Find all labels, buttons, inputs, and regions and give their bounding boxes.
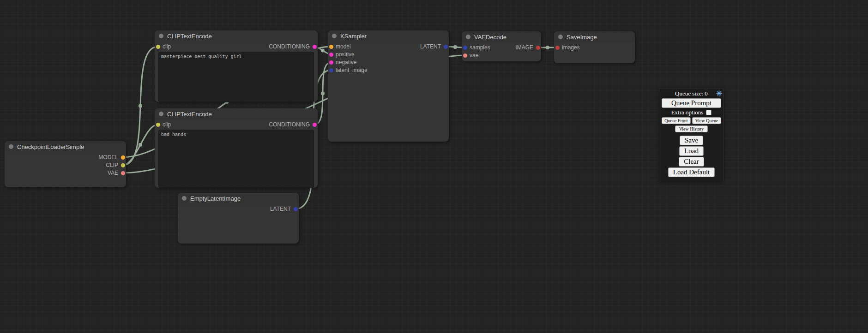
output-slot-label: CONDITIONING	[269, 121, 310, 128]
output-slot-VAE: VAE	[5, 169, 126, 177]
output-slot-CONDITIONING: CONDITIONING	[155, 43, 318, 51]
node-title: EmptyLatentImage	[190, 195, 241, 202]
input-slot-label: images	[562, 44, 580, 51]
node-collapse-dot[interactable]	[558, 35, 563, 39]
output-slot-label: MODEL	[98, 154, 118, 161]
input-slot-dot-images[interactable]	[555, 46, 560, 50]
input-slot-label: positive	[336, 51, 355, 58]
output-slot-dot-LATENT[interactable]	[444, 45, 448, 49]
extra-options-checkbox[interactable]	[706, 110, 711, 115]
output-slot-label: CONDITIONING	[269, 43, 310, 50]
queue-size-label: Queue size: 0	[675, 90, 708, 97]
output-slot-label: CLIP	[106, 162, 118, 168]
node-collapse-dot[interactable]	[9, 144, 13, 149]
output-slot-IMAGE: IMAGE	[462, 44, 541, 52]
output-slot-MODEL: MODEL	[5, 154, 126, 161]
node-title-bar[interactable]: EmptyLatentImage	[178, 193, 299, 204]
output-slot-dot-CONDITIONING[interactable]	[313, 45, 317, 49]
node-title-bar[interactable]: VAEDecode	[462, 31, 541, 42]
input-slot-positive: positive	[328, 51, 449, 59]
node-collapse-dot[interactable]	[466, 35, 470, 39]
node-collapse-dot[interactable]	[332, 34, 337, 38]
view-queue-button[interactable]: View Queue	[692, 117, 721, 124]
output-slot-dot-IMAGE[interactable]	[536, 46, 540, 50]
node-vae-decode[interactable]: VAEDecodesamplesvaeIMAGE	[462, 31, 541, 61]
clear-button[interactable]: Clear	[679, 157, 704, 166]
node-title-bar[interactable]: SaveImage	[554, 31, 635, 42]
comfy-menu: Queue size: 0 Queue Prompt Extra options…	[659, 89, 724, 181]
node-empty-latent-image[interactable]: EmptyLatentImageLATENT	[178, 193, 299, 244]
node-save-image[interactable]: SaveImageimages	[554, 31, 635, 63]
input-slot-label: vae	[470, 52, 478, 59]
node-title: CLIPTextEncode	[167, 33, 212, 40]
input-slot-label: negative	[336, 59, 356, 65]
output-slot-LATENT: LATENT	[328, 43, 449, 51]
node-title-bar[interactable]: CheckpointLoaderSimple	[5, 141, 126, 152]
output-slot-dot-MODEL[interactable]	[121, 155, 125, 160]
node-clip-text-encode-negative[interactable]: CLIPTextEncodeclipCONDITIONINGbad hands	[155, 108, 318, 188]
extra-options-row: Extra options	[662, 109, 721, 116]
input-slot-dot-latent_image[interactable]	[329, 68, 333, 72]
node-checkpoint-loader[interactable]: CheckpointLoaderSimpleMODELCLIPVAE	[5, 141, 126, 187]
node-graph-canvas[interactable]: CheckpointLoaderSimpleMODELCLIPVAECLIPTe…	[0, 0, 868, 333]
node-title-bar[interactable]: KSampler	[328, 30, 449, 42]
input-slot-dot-vae[interactable]	[463, 54, 467, 58]
output-slot-dot-VAE[interactable]	[121, 171, 125, 175]
output-slot-label: IMAGE	[515, 44, 533, 51]
output-slot-dot-CLIP[interactable]	[121, 163, 125, 167]
menu-header: Queue size: 0	[662, 90, 721, 97]
nodes-layer: CheckpointLoaderSimpleMODELCLIPVAECLIPTe…	[0, 0, 868, 333]
node-title-bar[interactable]: CLIPTextEncode	[155, 30, 318, 42]
load-button[interactable]: Load	[679, 146, 704, 156]
output-slot-label: LATENT	[420, 43, 441, 50]
load-default-button[interactable]: Load Default	[668, 167, 715, 177]
node-collapse-dot[interactable]	[159, 34, 163, 38]
settings-icon[interactable]	[716, 90, 722, 96]
node-title: VAEDecode	[474, 34, 506, 41]
prompt-text-area[interactable]: bad hands	[158, 130, 314, 188]
node-collapse-dot[interactable]	[159, 112, 163, 116]
queue-front-button[interactable]: Queue Front	[662, 117, 691, 124]
node-title-bar[interactable]: CLIPTextEncode	[155, 108, 318, 119]
prompt-text-area[interactable]: masterpiece best quality girl	[158, 52, 314, 102]
output-slot-dot-CONDITIONING[interactable]	[313, 123, 317, 127]
output-slot-label: LATENT	[270, 206, 291, 212]
node-title: CLIPTextEncode	[167, 111, 212, 118]
save-button[interactable]: Save	[680, 136, 703, 145]
node-collapse-dot[interactable]	[182, 196, 187, 201]
output-slot-CLIP: CLIP	[5, 161, 126, 169]
input-slot-latent_image: latent_image	[328, 66, 449, 74]
view-history-button[interactable]: View History	[675, 125, 708, 132]
node-clip-text-encode-positive[interactable]: CLIPTextEncodeclipCONDITIONINGmasterpiec…	[155, 30, 318, 102]
output-slot-LATENT: LATENT	[178, 205, 299, 213]
node-title: KSampler	[340, 33, 367, 40]
node-ksampler[interactable]: KSamplermodelpositivenegativelatent_imag…	[328, 30, 449, 142]
output-slot-dot-LATENT[interactable]	[294, 207, 298, 211]
input-slot-dot-negative[interactable]	[329, 60, 333, 65]
queue-buttons-row: Queue Front View Queue	[662, 117, 721, 124]
output-slot-label: VAE	[108, 170, 118, 176]
input-slot-vae: vae	[462, 52, 541, 59]
input-slot-negative: negative	[328, 59, 449, 66]
extra-options-label: Extra options	[671, 109, 704, 116]
input-slot-images: images	[554, 44, 635, 52]
input-slot-label: latent_image	[336, 67, 368, 73]
input-slot-dot-positive[interactable]	[329, 53, 333, 57]
queue-prompt-button[interactable]: Queue Prompt	[662, 98, 721, 108]
output-slot-CONDITIONING: CONDITIONING	[155, 121, 318, 129]
node-title: CheckpointLoaderSimple	[17, 143, 84, 150]
node-title: SaveImage	[567, 34, 597, 41]
